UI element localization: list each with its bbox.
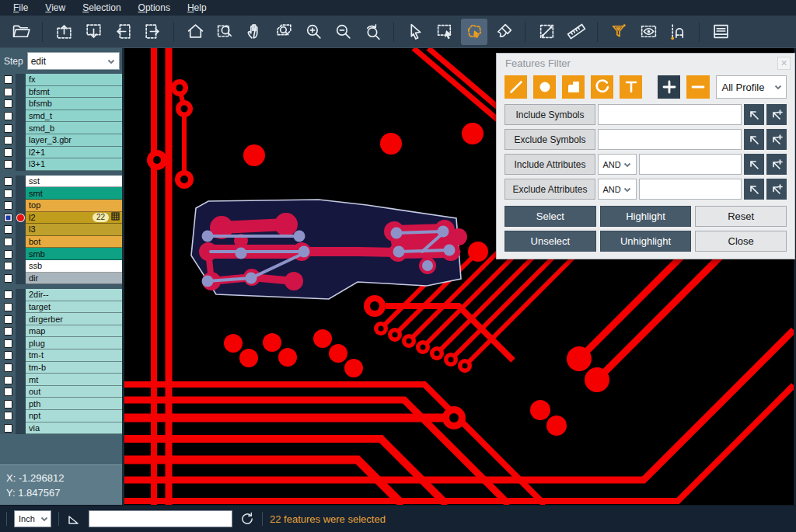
layer-name-cell[interactable]: layer_3.gbr: [26, 134, 122, 147]
clear-brush-button[interactable]: [491, 19, 517, 45]
pan-right-button[interactable]: [139, 19, 166, 45]
logic-dropdown[interactable]: AND: [598, 154, 637, 175]
layer-name-cell[interactable]: fx: [26, 74, 122, 86]
layer-row-l3+1[interactable]: l3+1: [0, 158, 122, 171]
reset-button[interactable]: Reset: [695, 206, 787, 227]
layers-panel-button[interactable]: [707, 19, 734, 45]
zoom-window-button[interactable]: [211, 19, 238, 45]
layer-checkbox[interactable]: [4, 327, 12, 336]
layer-checkbox[interactable]: [4, 250, 12, 259]
menu-view[interactable]: View: [37, 0, 74, 16]
layer-name-cell[interactable]: smd_t: [26, 110, 122, 123]
active-layer-cell[interactable]: [16, 374, 26, 386]
layer-name-cell[interactable]: out: [26, 386, 122, 398]
pick-from-canvas-button[interactable]: [744, 179, 764, 200]
layer-checkbox[interactable]: [4, 363, 12, 372]
include-symbols-input[interactable]: [598, 104, 742, 125]
active-layer-cell[interactable]: [16, 236, 26, 249]
layer-row-tm-t[interactable]: tm-t: [0, 349, 122, 362]
active-layer-cell[interactable]: [16, 147, 26, 159]
layer-checkbox[interactable]: [4, 388, 12, 396]
menu-options[interactable]: Options: [130, 0, 179, 16]
active-layer-cell[interactable]: [16, 273, 26, 285]
layer-checkbox[interactable]: [4, 177, 12, 186]
layer-row-smb[interactable]: smb: [0, 248, 122, 260]
layer-name-cell[interactable]: dir: [26, 273, 122, 285]
exclude-attributes-input[interactable]: [639, 179, 742, 200]
layer-name-cell[interactable]: dirgerber: [26, 313, 122, 325]
layer-checkbox[interactable]: [4, 315, 12, 324]
include-attributes-button[interactable]: Include Attributes: [504, 154, 595, 175]
refresh-icon[interactable]: [239, 511, 255, 527]
layer-name-cell[interactable]: target: [26, 301, 122, 314]
layer-name-cell[interactable]: npt: [26, 410, 122, 422]
layer-name-cell[interactable]: l2+1: [26, 147, 122, 159]
layer-row-smd_b[interactable]: smd_b: [0, 122, 122, 134]
active-layer-cell[interactable]: [16, 362, 26, 374]
include-symbols-button[interactable]: Include Symbols: [504, 104, 595, 125]
layer-checkbox[interactable]: [4, 112, 12, 120]
snap-magnet-button[interactable]: [665, 19, 691, 45]
view-eye-button[interactable]: [635, 19, 662, 45]
layer-checkbox[interactable]: [4, 148, 12, 157]
layer-checkbox[interactable]: [4, 225, 12, 234]
line-tool-button[interactable]: [504, 75, 527, 99]
menu-help[interactable]: Help: [179, 0, 215, 16]
zoom-previous-button[interactable]: [359, 19, 386, 45]
layer-checkbox[interactable]: [4, 75, 12, 84]
select-button[interactable]: Select: [504, 206, 596, 227]
layer-name-cell[interactable]: tm-b: [26, 362, 122, 374]
logic-dropdown[interactable]: AND: [598, 179, 637, 200]
active-layer-cell[interactable]: [16, 74, 26, 86]
zoom-out-button[interactable]: [330, 19, 356, 45]
active-layer-cell[interactable]: [16, 301, 26, 314]
include-attributes-input[interactable]: [639, 154, 742, 175]
layer-row-out[interactable]: out: [0, 386, 122, 398]
exclude-attributes-button[interactable]: Exclude Attributes: [504, 179, 595, 200]
layer-name-cell[interactable]: bot: [26, 236, 122, 249]
layer-name-cell[interactable]: plug: [26, 337, 122, 349]
pan-hand-button[interactable]: [241, 19, 267, 45]
layer-row-target[interactable]: target: [0, 301, 122, 314]
pick-from-canvas-button[interactable]: [744, 154, 764, 175]
layer-checkbox[interactable]: [4, 351, 12, 360]
layer-checkbox[interactable]: [4, 201, 12, 210]
pick-add-button[interactable]: [766, 104, 787, 125]
filter-button[interactable]: [606, 19, 632, 45]
add-button[interactable]: [658, 75, 680, 99]
layer-name-cell[interactable]: map: [26, 325, 122, 338]
active-layer-cell[interactable]: [16, 176, 26, 188]
layer-row-top[interactable]: top: [0, 200, 122, 212]
layer-row-ssb[interactable]: ssb: [0, 260, 122, 273]
layer-row-map[interactable]: map: [0, 325, 122, 338]
layer-row-fx[interactable]: fx: [0, 74, 122, 86]
layer-name-cell[interactable]: l3: [26, 224, 122, 236]
layer-name-cell[interactable]: top: [26, 200, 122, 212]
active-layer-cell[interactable]: [16, 122, 26, 134]
layer-checkbox[interactable]: [4, 262, 12, 270]
layer-row-bfsmt[interactable]: bfsmt: [0, 86, 122, 99]
surface-tool-button[interactable]: [562, 75, 585, 99]
layer-row-layer_3.gbr[interactable]: layer_3.gbr: [0, 134, 122, 147]
pick-add-button[interactable]: [766, 154, 787, 175]
active-layer-cell[interactable]: [16, 98, 26, 110]
active-layer-cell[interactable]: [16, 187, 26, 200]
step-dropdown[interactable]: edit: [27, 52, 120, 70]
open-folder-button[interactable]: [8, 19, 34, 45]
layer-row-2dir--[interactable]: 2dir--: [0, 289, 122, 301]
home-button[interactable]: [182, 19, 208, 45]
layer-checkbox[interactable]: [4, 303, 12, 311]
layer-checkbox[interactable]: [4, 274, 12, 283]
layer-name-cell[interactable]: bfsmt: [26, 86, 122, 99]
layer-row-l2[interactable]: l222: [0, 212, 122, 224]
layer-checkbox[interactable]: [4, 424, 12, 433]
layer-row-via[interactable]: via: [0, 422, 122, 435]
active-layer-cell[interactable]: [16, 325, 26, 338]
active-layer-cell[interactable]: [16, 212, 26, 224]
layer-row-smt[interactable]: smt: [0, 187, 122, 200]
zoom-in-button[interactable]: [300, 19, 326, 45]
text-tool-button[interactable]: [620, 75, 642, 99]
arc-tool-button[interactable]: [591, 75, 613, 99]
layer-row-smd_t[interactable]: smd_t: [0, 110, 122, 123]
layer-name-cell[interactable]: pth: [26, 398, 122, 410]
